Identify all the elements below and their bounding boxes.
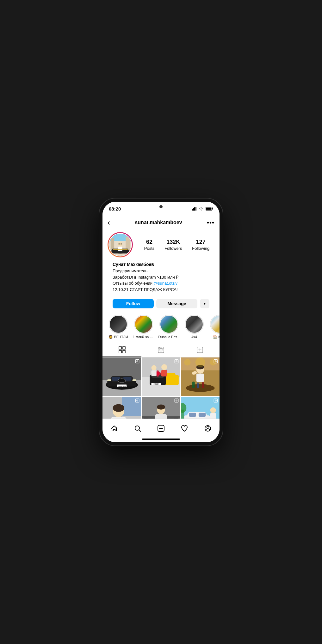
highlight-item[interactable]: 🧔 БЕНТЛИ — [108, 315, 129, 339]
highlight-label: 🧔 БЕНТЛИ — [108, 335, 129, 339]
svg-rect-23 — [123, 350, 125, 353]
search-icon — [134, 425, 141, 432]
svg-rect-20 — [119, 347, 121, 349]
add-icon — [157, 425, 165, 432]
svg-rect-59 — [161, 370, 167, 376]
highlight-label: Dubai с Пет... — [158, 335, 180, 339]
avatar[interactable] — [108, 232, 133, 257]
reel-badge — [214, 359, 218, 364]
svg-point-39 — [118, 379, 126, 382]
reel-small-icon — [214, 398, 218, 403]
highlight-label: 🏠 MAN — [209, 335, 220, 339]
reel-badge — [135, 398, 139, 404]
highlight-label: 1 млн₽ за в... — [133, 335, 154, 339]
svg-rect-112 — [199, 413, 206, 417]
nav-search[interactable] — [131, 421, 145, 435]
avatar-image — [109, 233, 131, 256]
action-buttons: Follow Message ▾ — [108, 296, 214, 311]
highlight-label: 4x4 — [183, 335, 205, 339]
svg-rect-0 — [192, 209, 193, 211]
bio-line4: 12.10.21 СТАРТ ПРОДАЖ КУРСА! — [113, 287, 209, 293]
highlight-item[interactable]: 4x4 — [183, 315, 205, 339]
following-count: 127 — [192, 239, 209, 245]
svg-rect-70 — [202, 382, 204, 388]
stats-row: 62 Posts 132K Followers 127 Following — [139, 239, 214, 251]
highlight-item[interactable]: 🏠 MAN — [209, 315, 220, 339]
following-label: Following — [192, 246, 209, 251]
bio-link[interactable]: @sunat.otziv — [154, 281, 177, 286]
bio-section: Сунат Махкамбоев Предприниматель Заработ… — [108, 262, 214, 296]
svg-rect-22 — [119, 350, 121, 353]
highlight-item[interactable]: Dubai с Пет... — [158, 315, 180, 339]
grid-item[interactable] — [181, 397, 220, 419]
wifi-icon — [199, 207, 204, 211]
svg-point-67 — [186, 384, 215, 392]
more-button[interactable]: ▾ — [200, 299, 209, 308]
svg-point-64 — [176, 361, 177, 362]
tab-tagged[interactable] — [181, 343, 220, 357]
grid-item[interactable]: Р551ВУ — [142, 357, 180, 396]
status-time: 08:20 — [109, 206, 121, 212]
svg-rect-69 — [197, 382, 199, 388]
svg-point-106 — [176, 400, 177, 401]
more-options-button[interactable]: ••• — [207, 219, 214, 226]
svg-text:Е666НН 62: Е666НН 62 — [118, 385, 126, 387]
bottom-nav — [102, 419, 220, 437]
svg-rect-41 — [133, 379, 136, 381]
message-button[interactable]: Message — [156, 299, 197, 308]
highlight-item[interactable]: 1 млн₽ за в... — [133, 315, 154, 339]
svg-rect-68 — [192, 382, 195, 388]
reel-small-icon — [174, 359, 179, 363]
reel-small-icon — [135, 398, 139, 403]
reel-badge — [135, 359, 139, 364]
svg-point-46 — [137, 361, 138, 362]
svg-point-55 — [157, 372, 159, 375]
photo-grid: Е666НН 62 — [102, 357, 220, 419]
reel-small-icon — [174, 398, 179, 403]
svg-rect-57 — [152, 370, 157, 376]
grid-item[interactable] — [142, 397, 180, 419]
svg-rect-40 — [107, 379, 111, 381]
grid-item[interactable] — [181, 357, 220, 396]
svg-rect-101 — [155, 414, 167, 419]
bio-name: Сунат Махкамбоев — [113, 262, 209, 267]
nav-home[interactable] — [107, 421, 121, 435]
bio-line3-prefix: Отзывы об обучении — [113, 281, 154, 286]
svg-point-4 — [201, 210, 201, 210]
profile-icon — [204, 425, 212, 432]
svg-rect-6 — [213, 208, 213, 209]
tagged-icon — [196, 346, 203, 353]
content-tabs — [102, 343, 220, 357]
follow-button[interactable]: Follow — [113, 299, 154, 308]
grid-item[interactable]: Е666НН 62 — [102, 357, 141, 396]
followers-label: Followers — [164, 246, 182, 251]
bio-line1: Предприниматель — [113, 268, 209, 274]
profile-section: 62 Posts 132K Followers 127 Following — [102, 230, 220, 311]
grid-icon — [119, 346, 126, 353]
svg-point-75 — [195, 357, 205, 367]
svg-point-56 — [152, 365, 157, 370]
svg-point-132 — [207, 426, 209, 429]
tab-grid[interactable] — [102, 343, 141, 357]
nav-profile[interactable] — [201, 421, 215, 435]
svg-point-26 — [160, 350, 161, 350]
home-indicator — [102, 437, 220, 442]
status-icons — [192, 207, 213, 211]
nav-heart[interactable] — [177, 421, 191, 435]
nav-add[interactable] — [154, 421, 168, 435]
svg-rect-21 — [123, 347, 125, 349]
svg-line-127 — [139, 430, 141, 432]
svg-point-92 — [137, 400, 138, 401]
svg-rect-17 — [121, 243, 122, 244]
svg-rect-7 — [206, 208, 212, 210]
posts-count: 62 — [144, 239, 155, 245]
grid-item[interactable] — [102, 397, 141, 419]
tab-reels[interactable] — [141, 343, 180, 357]
reel-badge — [214, 398, 218, 404]
back-button[interactable]: ‹ — [108, 218, 110, 227]
followers-stat[interactable]: 132K Followers — [164, 239, 182, 251]
following-stat[interactable]: 127 Following — [192, 239, 209, 251]
reel-small-icon — [214, 359, 218, 363]
svg-rect-19 — [113, 249, 127, 250]
svg-point-117 — [210, 407, 216, 413]
